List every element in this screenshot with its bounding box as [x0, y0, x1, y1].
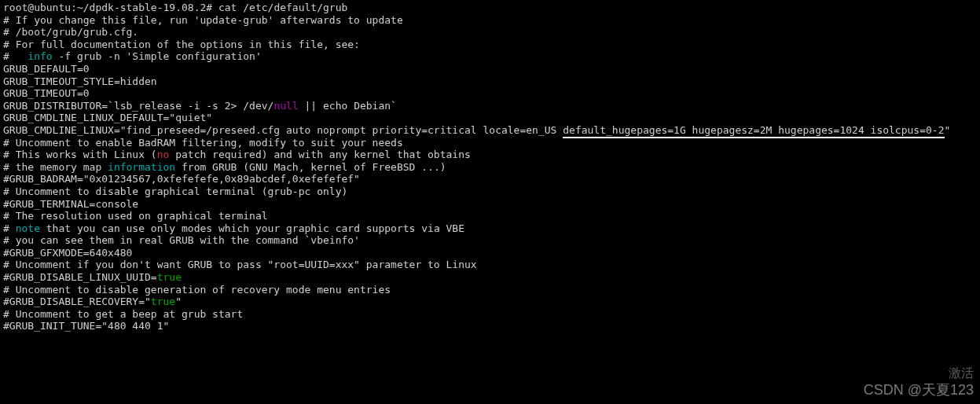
file-line: # /boot/grub/grub.cfg. — [3, 26, 977, 39]
file-line: # Uncomment to get a beep at grub start — [3, 308, 977, 321]
highlight-true: true — [157, 271, 182, 283]
highlighted-kernel-params: default_hugepages=1G hugepagesz=2M hugep… — [563, 124, 944, 138]
file-line: GRUB_CMDLINE_LINUX="find_preseed=/presee… — [3, 124, 977, 137]
file-line: GRUB_DISTRIBUTOR=`lsb_release -i -s 2> /… — [3, 100, 977, 112]
file-line: #GRUB_TERMINAL=console — [3, 198, 977, 211]
file-line: #GRUB_DISABLE_LINUX_UUID=true — [3, 271, 977, 284]
highlight-info: info — [28, 50, 52, 62]
terminal-output[interactable]: root@ubuntu:~/dpdk-stable-19.08.2# cat /… — [3, 2, 977, 332]
file-line: #GRUB_DISABLE_RECOVERY="true" — [3, 296, 977, 308]
prompt-line: root@ubuntu:~/dpdk-stable-19.08.2# cat /… — [3, 2, 977, 14]
file-line: # For full documentation of the options … — [3, 39, 977, 51]
file-line: # The resolution used on graphical termi… — [3, 210, 977, 222]
file-line: # Uncomment if you don't want GRUB to pa… — [3, 259, 977, 271]
file-line: GRUB_TIMEOUT=0 — [3, 87, 977, 100]
file-line: # note that you can use only modes which… — [3, 222, 977, 235]
file-line: # you can see them in real GRUB with the… — [3, 234, 977, 247]
file-line: # This works with Linux (no patch requir… — [3, 149, 977, 161]
file-line: # Uncomment to disable generation of rec… — [3, 284, 977, 296]
highlight-true: true — [151, 296, 175, 307]
highlight-no: no — [157, 149, 170, 160]
file-line: # the memory map information from GRUB (… — [3, 161, 977, 174]
file-line: #GRUB_BADRAM="0x01234567,0xfefefefe,0x89… — [3, 173, 977, 185]
file-line: # If you change this file, run 'update-g… — [3, 14, 977, 27]
highlight-null: null — [273, 100, 298, 112]
file-line: #GRUB_INIT_TUNE="480 440 1" — [3, 320, 977, 332]
file-line: GRUB_TIMEOUT_STYLE=hidden — [3, 75, 977, 88]
file-line: GRUB_DEFAULT=0 — [3, 63, 977, 75]
file-line: # Uncomment to disable graphical termina… — [3, 185, 977, 198]
file-line: GRUB_CMDLINE_LINUX_DEFAULT="quiet" — [3, 112, 977, 124]
file-line: # info -f grub -n 'Simple configuration' — [3, 50, 977, 63]
highlight-information: information — [108, 161, 175, 173]
watermark-activate: 激活 — [949, 365, 974, 380]
watermark-csdn: CSDN @天夏123 — [864, 382, 974, 399]
highlight-note: note — [16, 222, 40, 234]
file-line: #GRUB_GFXMODE=640x480 — [3, 247, 977, 259]
